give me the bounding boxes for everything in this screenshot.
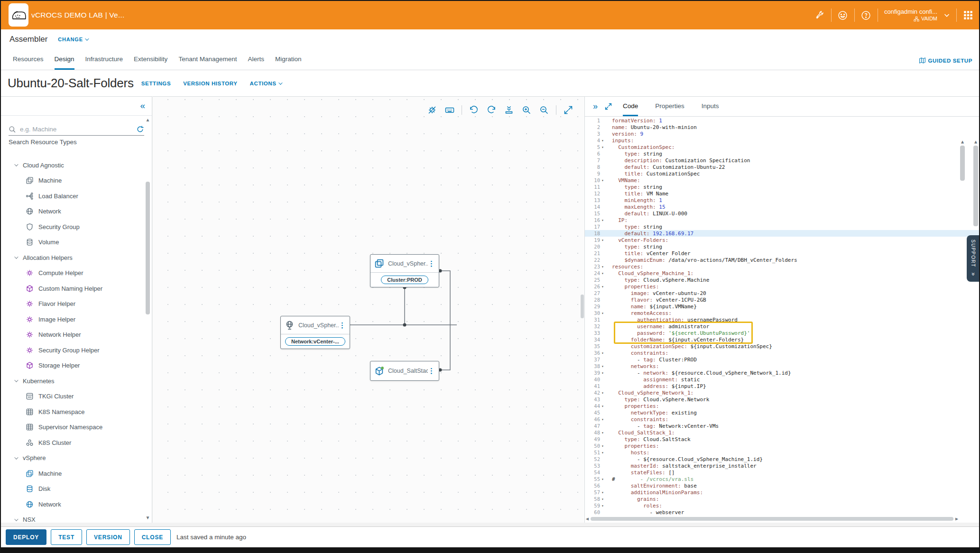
scroll-left-arrow[interactable]: ◀ <box>586 516 589 522</box>
fold-arrow-icon[interactable]: ▾ <box>600 451 607 455</box>
fold-arrow-icon[interactable]: ▾ <box>600 364 607 369</box>
wrench-icon[interactable] <box>814 10 825 20</box>
fold-arrow-icon[interactable]: ▾ <box>600 351 607 355</box>
fold-arrow-icon[interactable]: ▾ <box>600 417 607 422</box>
tree-item-load-balancer[interactable]: Load Balancer <box>1 188 152 204</box>
tree-item-custom-naming-helper[interactable]: Custom Naming Helper <box>1 281 152 296</box>
version-button[interactable]: VERSION <box>86 529 130 545</box>
tree-item-volume[interactable]: Volume <box>1 235 152 250</box>
editor-scrollbar[interactable]: ▲ ▼ <box>959 138 966 523</box>
tree-item-supervisor-namespace[interactable]: Supervisor Namespace <box>1 420 152 435</box>
panel-scrollbar[interactable]: ▲ ▼ <box>972 138 979 523</box>
scroll-up-arrow[interactable]: ▲ <box>972 139 979 145</box>
fold-arrow-icon[interactable]: ▾ <box>600 391 607 395</box>
fold-arrow-icon[interactable]: ▾ <box>600 145 607 149</box>
tree-item-machine[interactable]: Machine <box>1 173 152 189</box>
scrollbar-thumb[interactable] <box>146 182 150 314</box>
panel-tab-inputs[interactable]: Inputs <box>702 97 719 116</box>
fold-arrow-icon[interactable]: ▾ <box>600 444 607 448</box>
scroll-up-arrow[interactable]: ▲ <box>959 139 966 145</box>
nav-tab-tenant-management[interactable]: Tenant Management <box>178 55 237 70</box>
node-cloud-vsphere-machine[interactable]: Cloud_vSpher... ⋮ Cluster:PROD <box>370 254 439 287</box>
fold-arrow-icon[interactable]: ▾ <box>600 285 607 289</box>
tree-item-tkgi-cluster[interactable]: TKGi Cluster <box>1 389 152 405</box>
chevron-down-icon[interactable] <box>943 12 950 18</box>
collapse-sidebar-icon[interactable]: « <box>140 101 145 111</box>
scroll-down-arrow[interactable]: ▼ <box>959 522 966 523</box>
tree-group-allocation-helpers[interactable]: Allocation Helpers <box>1 250 152 266</box>
scroll-up-arrow[interactable]: ▲ <box>145 117 151 123</box>
nav-tab-extensibility[interactable]: Extensibility <box>134 55 167 70</box>
sidebar-scrollbar[interactable]: ▲ ▼ <box>145 117 151 521</box>
expand-panel-icon[interactable] <box>604 102 612 111</box>
tree-item-security-group-helper[interactable]: Security Group Helper <box>1 342 152 358</box>
tree-item-disk[interactable]: Disk <box>1 481 152 497</box>
tree-item-machine[interactable]: Machine <box>1 466 152 481</box>
tree-item-compute-helper[interactable]: Compute Helper <box>1 266 152 281</box>
tree-group-vsphere[interactable]: vSphere <box>1 451 152 466</box>
yaml-code-editor[interactable]: 1formatVersion: 12name: Ubuntu-20-with-m… <box>585 117 980 523</box>
test-button[interactable]: TEST <box>51 529 82 545</box>
panel-tab-properties[interactable]: Properties <box>655 97 684 116</box>
collapse-panel-icon[interactable]: » <box>593 101 598 111</box>
node-cloud-saltstack[interactable]: Cloud_SaltStac... ⋮ <box>370 361 439 381</box>
fold-arrow-icon[interactable]: ▾ <box>600 431 607 435</box>
constraint-tag-pill[interactable]: Network:vCenter-... <box>285 337 345 346</box>
tree-item-k8s-namespace[interactable]: K8S Namespace <box>1 404 152 420</box>
user-menu[interactable]: configadmin confi... VAIDM <box>884 8 937 22</box>
horizontal-scrollbar[interactable]: ◀ ▶ <box>586 515 958 522</box>
fold-arrow-icon[interactable]: ▾ <box>600 218 607 222</box>
refresh-icon[interactable] <box>136 125 144 133</box>
tree-item-storage-helper[interactable]: Storage Helper <box>1 358 152 374</box>
tree-item-network-helper[interactable]: Network Helper <box>1 327 152 343</box>
close-button[interactable]: CLOSE <box>134 529 171 545</box>
tree-item-security-group[interactable]: Security Group <box>1 219 152 235</box>
design-canvas[interactable]: Cloud_vSpher... ⋮ Cluster:PROD Cloud_vSp… <box>153 96 584 523</box>
fold-arrow-icon[interactable]: ▾ <box>600 138 607 143</box>
fold-arrow-icon[interactable]: ▾ <box>600 504 607 508</box>
scrollbar-thumb[interactable] <box>591 517 953 521</box>
app-switcher-icon[interactable] <box>963 10 973 20</box>
node-cloud-vsphere-network[interactable]: Cloud_vSpher... ⋮ Network:vCenter-... <box>280 316 350 349</box>
fold-arrow-icon[interactable]: ▾ <box>600 311 607 315</box>
canvas-scrollbar-thumb[interactable] <box>581 295 584 318</box>
nav-tab-alerts[interactable]: Alerts <box>248 55 264 70</box>
nav-tab-infrastructure[interactable]: Infrastructure <box>85 55 123 70</box>
crocs-logo[interactable] <box>9 3 28 27</box>
tree-item-network[interactable]: Network <box>1 204 152 220</box>
tree-group-cloud-agnostic[interactable]: Cloud Agnostic <box>1 157 152 173</box>
node-menu-icon[interactable]: ⋮ <box>428 367 435 375</box>
node-menu-icon[interactable]: ⋮ <box>428 259 435 268</box>
panel-tab-code[interactable]: Code <box>623 97 638 116</box>
tree-item-k8s-cluster[interactable]: K8S Cluster <box>1 435 152 451</box>
tree-item-flavor-helper[interactable]: Flavor Helper <box>1 296 152 312</box>
settings-link[interactable]: SETTINGS <box>141 81 171 86</box>
scrollbar-thumb[interactable] <box>960 146 965 181</box>
fold-arrow-icon[interactable]: ▾ <box>600 371 607 375</box>
fold-arrow-icon[interactable]: ▾ <box>600 490 607 495</box>
fold-arrow-icon[interactable]: ▾ <box>600 271 607 276</box>
nav-tab-resources[interactable]: Resources <box>13 55 44 70</box>
actions-menu[interactable]: ACTIONS <box>250 81 281 86</box>
tree-item-image-helper[interactable]: Image Helper <box>1 312 152 327</box>
nav-tab-design[interactable]: Design <box>55 55 74 70</box>
fold-arrow-icon[interactable]: ▾ <box>600 404 607 408</box>
scroll-right-arrow[interactable]: ▶ <box>955 516 958 522</box>
guided-setup-link[interactable]: GUIDED SETUP <box>919 57 972 64</box>
node-menu-icon[interactable]: ⋮ <box>339 321 346 330</box>
tree-group-kubernetes[interactable]: Kubernetes <box>1 373 152 389</box>
fold-arrow-icon[interactable]: ▾ <box>600 238 607 242</box>
tree-group-nsx[interactable]: NSX <box>1 512 152 523</box>
search-input[interactable] <box>20 126 136 133</box>
constraint-tag-pill[interactable]: Cluster:PROD <box>381 276 428 284</box>
fold-arrow-icon[interactable]: ▾ <box>600 265 607 269</box>
support-tab[interactable]: SUPPORT « <box>967 235 979 282</box>
tree-item-network[interactable]: Network <box>1 497 152 512</box>
fold-arrow-icon[interactable]: ▾ <box>600 477 607 481</box>
fold-arrow-icon[interactable]: ▾ <box>600 178 607 183</box>
smiley-feedback-icon[interactable] <box>838 10 848 20</box>
nav-tab-migration[interactable]: Migration <box>275 55 302 70</box>
fold-arrow-icon[interactable]: ▾ <box>600 497 607 501</box>
scrollbar-thumb[interactable] <box>973 146 978 226</box>
change-product-button[interactable]: CHANGE <box>58 37 87 42</box>
